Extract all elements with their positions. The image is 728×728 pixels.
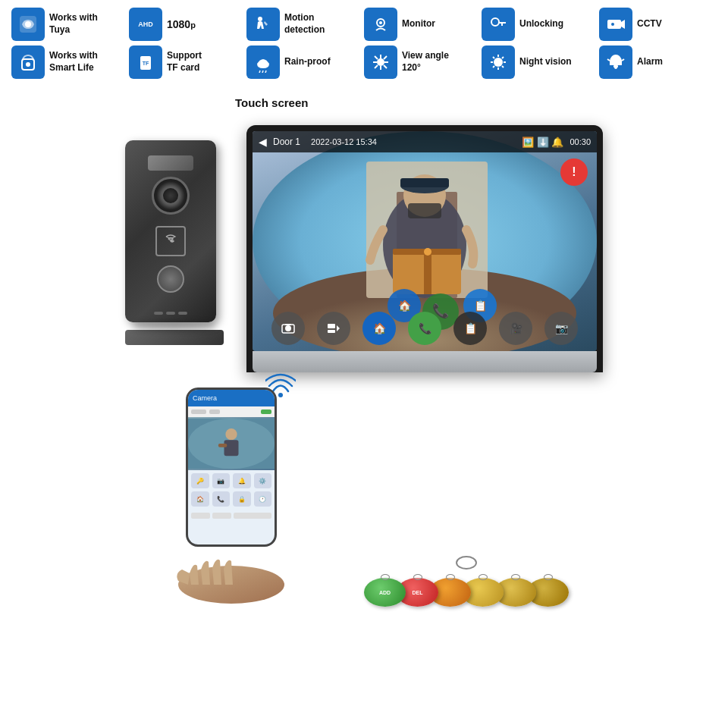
- feature-smartlife: Works with Smart Life: [11, 46, 129, 79]
- door-unit: [125, 140, 224, 345]
- door-unit-base: [125, 330, 224, 345]
- back-arrow-icon: ◀: [259, 136, 267, 148]
- phone-icon-6: 📞: [212, 491, 231, 507]
- timer: 00:30: [570, 137, 591, 146]
- monitor-screen: 📞 🏠 📋 ◀ Door 1 2022-03-12 15:34 🖼️ ⬇️ 🔔: [253, 131, 597, 351]
- phone-screen: Camera: [188, 390, 275, 544]
- motion-label: Motion detection: [284, 12, 325, 36]
- tuya-label: Works with Tuya: [49, 12, 98, 36]
- svg-point-4: [379, 21, 382, 24]
- phone-icon-7: 🔒: [233, 491, 251, 507]
- alarm-icon-box: [599, 46, 632, 79]
- feature-motion: Motion detection: [246, 8, 364, 41]
- svg-point-58: [457, 557, 476, 569]
- svg-point-15: [377, 58, 384, 66]
- svg-point-1: [25, 21, 31, 27]
- phone-camera-feed: [188, 417, 275, 470]
- settings-btn[interactable]: [317, 312, 350, 345]
- svg-point-54: [225, 428, 237, 440]
- viewangle-label: View angle 120°: [402, 50, 449, 74]
- photo-btn[interactable]: 📷: [544, 312, 578, 345]
- svg-rect-49: [328, 324, 335, 328]
- ahd-icon-box: AHD: [129, 8, 162, 41]
- phone-icon-1: 🔑: [191, 473, 209, 488]
- svg-line-14: [265, 71, 266, 73]
- svg-rect-33: [408, 203, 441, 218]
- camera-lens: [152, 177, 190, 215]
- video-btn[interactable]: 🎥: [499, 312, 532, 345]
- features-row-1: Works with Tuya AHD 1080p Mot: [11, 8, 717, 41]
- svg-point-5: [491, 18, 499, 26]
- door-unit-body: [125, 140, 216, 322]
- call-btn[interactable]: 📞: [408, 312, 441, 345]
- phone-icon-2: 📷: [212, 473, 231, 488]
- feature-cctv: CCTV: [599, 8, 717, 41]
- nightvision-label: Night vision: [519, 56, 572, 68]
- touch-screen-label: Touch screen: [235, 96, 308, 109]
- feature-monitor: Monitor: [364, 8, 482, 41]
- motion-icon-box: [246, 8, 280, 41]
- add-label: ADD: [379, 590, 391, 595]
- door-unit-shadow: [133, 322, 216, 330]
- phone-hand-container: Camera: [159, 388, 303, 607]
- tfcard-label: Support TF card: [167, 50, 202, 74]
- svg-point-16: [494, 58, 503, 67]
- svg-point-39: [424, 248, 431, 256]
- screen-top-bar: ◀ Door 1 2022-03-12 15:34 🖼️ ⬇️ 🔔 00:30: [253, 131, 597, 152]
- smartlife-label: Works with Smart Life: [49, 50, 98, 74]
- monitor-outer: 📞 🏠 📋 ◀ Door 1 2022-03-12 15:34 🖼️ ⬇️ 🔔: [246, 125, 603, 372]
- phone-icons-grid: 🔑 📷 🔔 ⚙️ 🏠 📞 🔒 🕐: [188, 470, 275, 510]
- rainproof-label: Rain-proof: [284, 56, 331, 68]
- svg-point-51: [278, 393, 283, 397]
- smartlife-icon-box: [11, 46, 45, 79]
- capture-btn[interactable]: [271, 312, 305, 345]
- keyfobs-container: ADD DEL: [364, 555, 569, 607]
- feature-rainproof: Rain-proof: [246, 46, 364, 79]
- screen-bottom-controls: 🏠 📞 📋 🎥 📷: [253, 312, 597, 345]
- feature-tuya: Works with Tuya: [11, 8, 129, 41]
- svg-point-26: [614, 66, 617, 69]
- svg-text:📋: 📋: [474, 300, 488, 312]
- svg-rect-56: [218, 444, 227, 447]
- bell-button: [157, 265, 184, 293]
- door-label: Door 1: [273, 136, 300, 147]
- phone-top-bar: Camera: [188, 390, 275, 406]
- feature-alarm: Alarm: [599, 46, 717, 79]
- svg-point-2: [258, 17, 262, 21]
- phone-body: Camera: [186, 388, 277, 547]
- svg-text:TF: TF: [143, 61, 149, 66]
- unlocking-icon-box: [482, 8, 515, 41]
- door-btn[interactable]: 📋: [453, 312, 487, 345]
- svg-rect-35: [400, 178, 449, 187]
- feature-tfcard: TF Support TF card: [129, 46, 246, 79]
- app-name: Camera: [193, 394, 217, 402]
- cctv-label: CCTV: [637, 18, 662, 30]
- svg-line-13: [262, 71, 263, 73]
- feature-viewangle: View angle 120°: [364, 46, 482, 79]
- building-btn[interactable]: 🏠: [362, 312, 396, 345]
- unlocking-label: Unlocking: [519, 18, 563, 30]
- product-section: Touch screen: [0, 87, 728, 380]
- timestamp: 2022-03-12 15:34: [311, 137, 377, 146]
- rfid-icon: [155, 226, 186, 256]
- svg-rect-55: [224, 440, 239, 456]
- alarm-label: Alarm: [637, 56, 663, 68]
- svg-line-23: [502, 57, 504, 58]
- feature-nightvision: Night vision: [482, 46, 599, 79]
- svg-line-21: [493, 57, 494, 58]
- del-label: DEL: [413, 590, 423, 595]
- monitor-icon-box: [364, 8, 397, 41]
- ahd-label: 1080p: [167, 17, 196, 32]
- features-row-2: Works with Smart Life TF Support TF card: [11, 46, 717, 79]
- svg-point-7: [611, 23, 614, 26]
- monitor-stand: [253, 351, 597, 372]
- svg-line-12: [259, 71, 260, 73]
- svg-line-24: [493, 66, 494, 67]
- svg-point-46: [285, 325, 291, 331]
- alarm-button[interactable]: [560, 158, 588, 186]
- monitor-label: Monitor: [402, 18, 435, 30]
- svg-rect-50: [328, 330, 335, 333]
- phone-icon-3: 🔔: [233, 473, 251, 488]
- features-section: Works with Tuya AHD 1080p Mot: [0, 0, 728, 87]
- viewangle-icon-box: [364, 46, 397, 79]
